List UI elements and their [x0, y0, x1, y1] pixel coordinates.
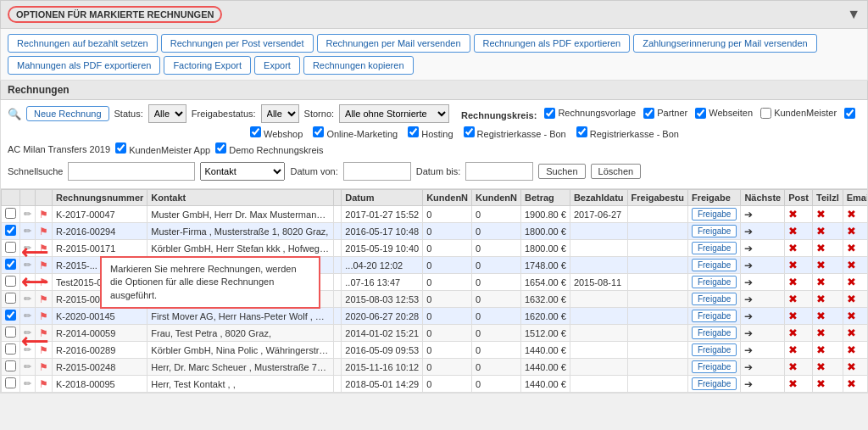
cb-demo-rechnungskreis[interactable]: Demo Rechnungskreis [215, 142, 323, 155]
th-post[interactable]: Post [785, 190, 813, 206]
pencil-icon[interactable]: ✏ [24, 361, 31, 371]
row-checkbox[interactable] [5, 225, 16, 236]
row-datum: 2014-01-02 15:21 [342, 325, 423, 342]
row-checkbox[interactable] [5, 360, 16, 371]
arrow-icon: ➔ [744, 243, 753, 254]
row-freigabe-cell: Freigabe [687, 274, 740, 291]
pencil-icon[interactable]: ✏ [24, 310, 31, 321]
th-kundenn2[interactable]: KundenN [472, 190, 521, 206]
btn-mahnungen-pdf[interactable]: Mahnungen als PDF exportieren [8, 56, 160, 75]
top-bar-arrow-icon[interactable]: ▼ [847, 7, 860, 22]
suchen-btn[interactable]: Suchen [538, 164, 585, 179]
freigabe-btn[interactable]: Freigabe [692, 343, 737, 356]
row-betrag: 1632.00 € [520, 291, 570, 308]
btn-mail-versenden[interactable]: Rechnungen per Mail versenden [317, 34, 470, 53]
row-post: ✖ [785, 291, 813, 308]
cb-kundenmeister-app[interactable]: KundenMeister App [115, 142, 210, 155]
row-email: ✖ [843, 291, 868, 308]
th-rechnungsnummer[interactable]: Rechnungsnummer [53, 190, 147, 206]
th-naechste[interactable]: Nächste [741, 190, 785, 206]
arrow-icon: ➔ [744, 361, 753, 373]
datum-bis-input[interactable] [465, 162, 533, 181]
row-checkbox[interactable] [5, 377, 16, 388]
freigabe-select[interactable]: Alle [261, 104, 299, 123]
btn-export[interactable]: Export [254, 56, 300, 75]
btn-rechnungen-kopieren[interactable]: Rechnungen kopieren [303, 56, 414, 75]
cb-rechnungsvorlage[interactable]: Rechnungsvorlage [544, 108, 636, 119]
row-freigabe-cell: Freigabe [687, 291, 740, 308]
pencil-icon[interactable]: ✏ [24, 209, 31, 219]
row-flag-cell: ⚑ [36, 359, 53, 376]
freigabe-btn[interactable]: Freigabe [692, 259, 737, 271]
row-naechste: ➔ [741, 274, 785, 291]
cb-hosting[interactable]: Hosting [408, 126, 453, 139]
row-freigabestatus [627, 342, 687, 359]
th-betrag[interactable]: Betrag [520, 190, 570, 206]
row-kundenn2: 0 [472, 342, 521, 359]
row-checkbox[interactable] [5, 276, 16, 287]
row-checkbox[interactable] [5, 310, 16, 321]
pencil-icon[interactable]: ✏ [24, 293, 31, 304]
cb-registrierkasse-bon2[interactable]: Registrierkasse - Bon [576, 126, 679, 139]
th-kundenn1[interactable]: KundenN [423, 190, 472, 206]
cb-webseiten[interactable]: Webseiten [695, 108, 753, 119]
status-icon: ✖ [847, 259, 856, 271]
search-icon[interactable]: 🔍 [8, 108, 21, 120]
freigabe-btn[interactable]: Freigabe [692, 360, 737, 373]
th-freigabestatus[interactable]: Freigabestu [627, 190, 687, 206]
status-icon: ✖ [788, 343, 798, 356]
neue-rechnung-btn[interactable]: Neue Rechnung [26, 106, 109, 121]
th-email[interactable]: Email [843, 190, 868, 206]
freigabe-btn[interactable]: Freigabe [692, 276, 737, 288]
row-checkbox[interactable] [5, 327, 16, 338]
th-freigabe[interactable]: Freigabe [687, 190, 740, 206]
freigabe-btn[interactable]: Freigabe [692, 242, 737, 254]
row-checkbox[interactable] [5, 293, 16, 304]
cb-partner[interactable]: Partner [643, 108, 687, 119]
th-datum[interactable]: Datum [342, 190, 423, 206]
freigabe-btn[interactable]: Freigabe [692, 327, 737, 339]
row-checkbox[interactable] [5, 343, 16, 355]
btn-post-versendet[interactable]: Rechnungen per Post versendet [161, 34, 314, 53]
row-kundenn1: 0 [423, 223, 472, 240]
cb-online-marketing[interactable]: Online-Marketing [313, 126, 398, 139]
row-betrag: 1748.00 € [520, 257, 570, 274]
datum-von-input[interactable] [343, 162, 411, 181]
status-icon: ✖ [816, 360, 826, 373]
row-empty [334, 257, 342, 274]
freigabe-btn[interactable]: Freigabe [692, 208, 737, 221]
th-bezahldatum[interactable]: Bezahldatu [570, 190, 627, 206]
cb-kundenmeister[interactable]: KundenMeister [760, 108, 837, 119]
kontakt-select[interactable]: Kontakt [200, 162, 285, 181]
freigabe-btn[interactable]: Freigabe [692, 310, 737, 322]
btn-factoring-export[interactable]: Factoring Export [164, 56, 251, 75]
row-betrag: 1512.00 € [520, 325, 570, 342]
cb-registrierkasse-bon1[interactable]: Registrierkasse - Bon [464, 126, 566, 139]
status-label: Status: [114, 109, 143, 119]
loeschen-btn[interactable]: Löschen [591, 164, 642, 179]
status-select[interactable]: Alle [148, 104, 186, 123]
row-checkbox[interactable] [5, 208, 16, 219]
schnellsuche-input[interactable] [68, 162, 195, 181]
btn-bezahlt-setzen[interactable]: Rechnungen auf bezahlt setzen [8, 34, 158, 53]
pencil-icon[interactable]: ✏ [24, 226, 31, 236]
th-teilzl[interactable]: Teilzl [813, 190, 843, 206]
status-icon: ✖ [847, 360, 856, 373]
cb-webshop[interactable]: Webshop [250, 126, 303, 139]
th-kontakt[interactable]: Kontakt [147, 190, 334, 206]
freigabe-btn[interactable]: Freigabe [692, 293, 737, 305]
status-icon: ✖ [788, 208, 798, 221]
row-checkbox-cell [2, 359, 20, 376]
cb-kundenmeister-extra[interactable] [844, 108, 855, 119]
row-kundenn1: 0 [423, 325, 472, 342]
row-checkbox[interactable] [5, 259, 16, 270]
row-teilzl: ✖ [813, 274, 843, 291]
pencil-icon[interactable]: ✏ [24, 378, 31, 388]
btn-pdf-exportieren[interactable]: Rechnungen als PDF exportieren [474, 34, 631, 53]
freigabe-btn[interactable]: Freigabe [692, 225, 737, 237]
storno-select[interactable]: Alle ohne Stornierte [339, 104, 449, 123]
row-checkbox[interactable] [5, 242, 16, 253]
btn-zahlungserinnerung[interactable]: Zahlungserinnerung per Mail versenden [633, 34, 816, 53]
freigabe-btn[interactable]: Freigabe [692, 377, 737, 390]
freigabe-label: Freigabestatus: [192, 109, 256, 119]
